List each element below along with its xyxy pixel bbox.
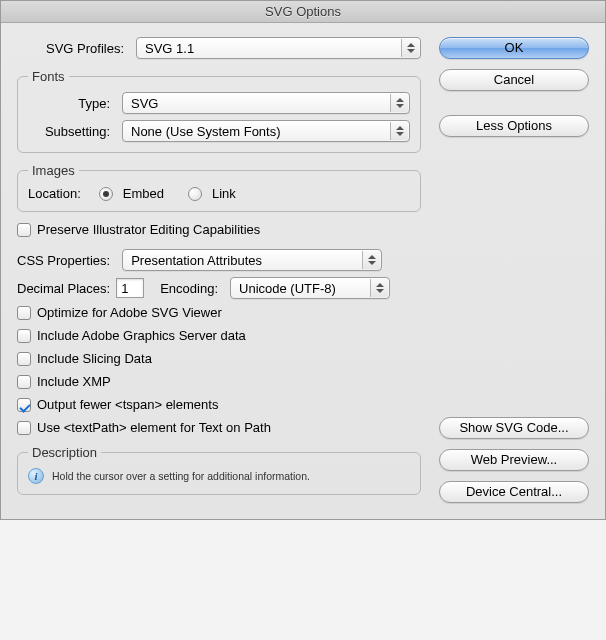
font-type-select[interactable]: SVG: [122, 92, 410, 114]
svg-profiles-label: SVG Profiles:: [17, 41, 130, 56]
decimal-places-value: 1: [121, 281, 128, 296]
info-icon: i: [28, 468, 44, 484]
window-title: SVG Options: [1, 1, 605, 23]
use-textpath-checkbox[interactable]: [17, 421, 31, 435]
decimal-places-label: Decimal Places:: [17, 281, 110, 296]
ok-button[interactable]: OK: [439, 37, 589, 59]
fonts-legend: Fonts: [28, 69, 69, 84]
include-slicing-label: Include Slicing Data: [37, 351, 152, 366]
preserve-ai-checkbox[interactable]: [17, 223, 31, 237]
use-textpath-label: Use <textPath> element for Text on Path: [37, 420, 271, 435]
include-ags-checkbox[interactable]: [17, 329, 31, 343]
decimal-places-input[interactable]: 1: [116, 278, 144, 298]
optimize-asv-label: Optimize for Adobe SVG Viewer: [37, 305, 222, 320]
svg-profiles-select[interactable]: SVG 1.1: [136, 37, 421, 59]
include-ags-label: Include Adobe Graphics Server data: [37, 328, 246, 343]
images-legend: Images: [28, 163, 79, 178]
description-group: Description i Hold the cursor over a set…: [17, 445, 421, 495]
device-central-button[interactable]: Device Central...: [439, 481, 589, 503]
output-tspan-checkbox[interactable]: [17, 398, 31, 412]
include-slicing-checkbox[interactable]: [17, 352, 31, 366]
images-group: Images Location: Embed Link: [17, 163, 421, 212]
image-location-label: Location:: [28, 186, 81, 201]
optimize-asv-checkbox[interactable]: [17, 306, 31, 320]
web-preview-button[interactable]: Web Preview...: [439, 449, 589, 471]
include-xmp-checkbox[interactable]: [17, 375, 31, 389]
embed-label: Embed: [123, 186, 164, 201]
dropdown-arrows-icon: [390, 122, 408, 140]
description-legend: Description: [28, 445, 101, 460]
dropdown-arrows-icon: [362, 251, 380, 269]
dropdown-arrows-icon: [401, 39, 419, 57]
css-properties-label: CSS Properties:: [17, 253, 110, 268]
svg-options-dialog: SVG Options SVG Profiles: SVG 1.1 Fonts …: [0, 0, 606, 520]
font-type-value: SVG: [131, 96, 158, 111]
fonts-group: Fonts Type: SVG Subsetting: None (Use Sy…: [17, 69, 421, 153]
encoding-label: Encoding:: [160, 281, 218, 296]
output-tspan-label: Output fewer <tspan> elements: [37, 397, 218, 412]
include-xmp-label: Include XMP: [37, 374, 111, 389]
image-location-embed-radio[interactable]: [99, 187, 113, 201]
svg-profiles-value: SVG 1.1: [145, 41, 194, 56]
encoding-value: Unicode (UTF-8): [239, 281, 336, 296]
css-properties-select[interactable]: Presentation Attributes: [122, 249, 382, 271]
font-subsetting-select[interactable]: None (Use System Fonts): [122, 120, 410, 142]
font-type-label: Type:: [28, 96, 116, 111]
description-hint: Hold the cursor over a setting for addit…: [52, 470, 310, 482]
less-options-button[interactable]: Less Options: [439, 115, 589, 137]
font-subsetting-value: None (Use System Fonts): [131, 124, 281, 139]
link-label: Link: [212, 186, 236, 201]
dropdown-arrows-icon: [370, 279, 388, 297]
dropdown-arrows-icon: [390, 94, 408, 112]
preserve-ai-label: Preserve Illustrator Editing Capabilitie…: [37, 222, 260, 237]
cancel-button[interactable]: Cancel: [439, 69, 589, 91]
font-subsetting-label: Subsetting:: [28, 124, 116, 139]
image-location-link-radio[interactable]: [188, 187, 202, 201]
show-svg-code-button[interactable]: Show SVG Code...: [439, 417, 589, 439]
css-properties-value: Presentation Attributes: [131, 253, 262, 268]
encoding-select[interactable]: Unicode (UTF-8): [230, 277, 390, 299]
